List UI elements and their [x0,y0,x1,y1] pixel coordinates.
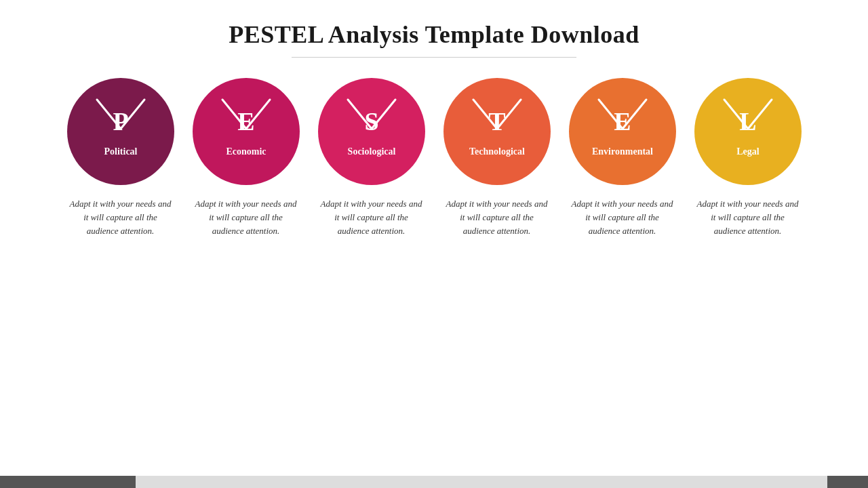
circle-wrapper-environmental: EEnvironmental [569,78,676,185]
item-sociological: SSociologicalAdapt it with your needs an… [312,78,431,238]
description-environmental: Adapt it with your needs and it will cap… [570,197,675,238]
item-legal: LLegalAdapt it with your needs and it wi… [688,78,807,238]
svg-text:Sociological: Sociological [347,146,395,157]
bottom-bar [0,476,868,488]
circle-wrapper-legal: LLegal [694,78,802,185]
circle-wrapper-sociological: SSociological [318,78,425,185]
circle-svg-sociological: SSociological [318,78,425,185]
item-political: PPoliticalAdapt it with your needs and i… [61,78,180,238]
svg-text:Technological: Technological [469,146,525,157]
description-economic: Adapt it with your needs and it will cap… [193,197,298,238]
bottom-bar-left [0,476,136,488]
pestel-row: PPoliticalAdapt it with your needs and i… [27,78,841,238]
svg-text:P: P [113,107,128,136]
description-political: Adapt it with your needs and it will cap… [68,197,173,238]
item-technological: TTechnologicalAdapt it with your needs a… [437,78,556,238]
bottom-bar-right [827,476,868,488]
circle-wrapper-economic: EEconomic [193,78,300,185]
circle-svg-environmental: EEnvironmental [569,78,676,185]
item-environmental: EEnvironmentalAdapt it with your needs a… [563,78,682,238]
circle-svg-technological: TTechnological [443,78,551,185]
svg-text:Economic: Economic [226,146,266,157]
circle-svg-legal: LLegal [694,78,802,185]
svg-text:L: L [739,107,756,136]
page-title: PESTEL Analysis Template Download [229,20,639,49]
svg-text:E: E [614,107,631,136]
svg-text:Political: Political [104,146,137,157]
circle-wrapper-technological: TTechnological [443,78,551,185]
title-divider [292,57,576,58]
svg-text:E: E [237,107,254,136]
svg-text:S: S [364,107,378,136]
svg-text:T: T [488,107,505,136]
description-sociological: Adapt it with your needs and it will cap… [319,197,424,238]
svg-text:Environmental: Environmental [592,146,653,157]
page: PESTEL Analysis Template Download PPolit… [0,0,868,488]
description-legal: Adapt it with your needs and it will cap… [695,197,800,238]
svg-text:Legal: Legal [736,146,760,157]
circle-svg-economic: EEconomic [193,78,300,185]
circle-wrapper-political: PPolitical [67,78,174,185]
description-technological: Adapt it with your needs and it will cap… [444,197,549,238]
circle-svg-political: PPolitical [67,78,174,185]
item-economic: EEconomicAdapt it with your needs and it… [186,78,305,238]
bottom-bar-mid [136,476,827,488]
